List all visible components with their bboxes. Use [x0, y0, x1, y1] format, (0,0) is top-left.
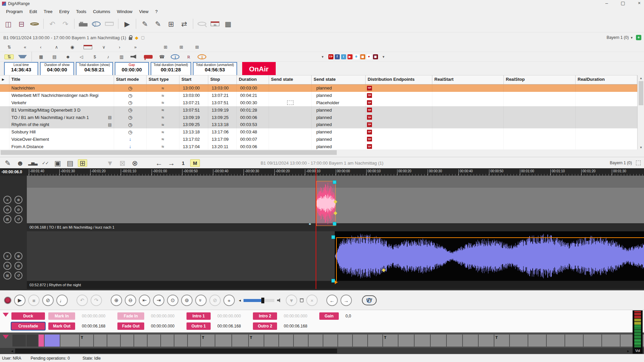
delete-audio-button[interactable]	[300, 298, 304, 302]
key-icon[interactable]	[30, 22, 39, 25]
copy-icon[interactable]: ▣	[53, 160, 62, 167]
next-take-button[interactable]: →	[340, 295, 352, 306]
transfer-icon[interactable]: ⇄	[180, 20, 189, 27]
timeline-segment[interactable]	[232, 335, 248, 347]
jump-next-icon[interactable]: ›	[115, 45, 124, 49]
verify-icon[interactable]: ✓✓	[41, 161, 50, 165]
grid-edit-icon[interactable]: ⊞	[78, 160, 87, 167]
levels-icon[interactable]: ▂▅▃	[28, 161, 37, 165]
crossfade-button[interactable]: Crossfade	[11, 322, 45, 330]
timeline-segment[interactable]	[26, 335, 38, 347]
collapse-icon[interactable]: ∧	[52, 45, 61, 49]
track-zoom-in-icon[interactable]: ⊕	[14, 252, 22, 260]
jump-last-icon[interactable]: »	[131, 45, 140, 49]
mark-in-button[interactable]: Mark In	[48, 312, 75, 320]
scroll-down-icon[interactable]: ▼	[638, 146, 644, 149]
timeline-segment[interactable]	[528, 335, 546, 347]
volume-slider[interactable]	[244, 299, 274, 302]
intro-1-button[interactable]: Intro 1	[186, 312, 211, 320]
undo-icon[interactable]: ↶	[48, 20, 57, 27]
track-zoom-out-icon[interactable]: ⊖	[3, 262, 11, 270]
track-mute-icon[interactable]: ⊘	[14, 205, 22, 214]
insert-table-icon[interactable]: ⊞	[167, 20, 175, 27]
user-add-icon[interactable]: ☻	[16, 160, 24, 167]
column-header-start-type[interactable]: Start type	[147, 75, 179, 84]
menu-program[interactable]: Program	[3, 8, 26, 15]
paste-icon[interactable]: ▤	[66, 160, 74, 167]
table-row[interactable]: Verkehr◷≈13:07:2113:07:5100:00:30Placeho…	[0, 99, 637, 107]
timeline-segment[interactable]	[510, 335, 528, 347]
timeline-segment[interactable]	[368, 335, 382, 347]
column-header-stop[interactable]: Stop	[208, 75, 237, 84]
calendar-icon[interactable]	[84, 45, 92, 49]
expand-editor-icon[interactable]	[636, 161, 641, 165]
audio-mute-icon[interactable]: ◁	[77, 55, 86, 59]
timeline-segment[interactable]	[309, 335, 323, 347]
cancel-icon[interactable]: ⊗	[130, 160, 139, 167]
menu-entry[interactable]: Entry	[56, 8, 73, 15]
trim-arrows-icon[interactable]: ◂▸	[309, 222, 311, 226]
column-header-distribution-endpoints[interactable]: Distribution Endpoints	[366, 75, 432, 84]
timeline-segment[interactable]	[39, 335, 44, 347]
timeline-segment[interactable]	[415, 335, 430, 347]
scroll-up-icon[interactable]: ▲	[638, 75, 644, 80]
close-button[interactable]: ×	[638, 0, 641, 6]
menu-window[interactable]: Window	[114, 8, 136, 15]
marker-mode-button[interactable]: M	[191, 160, 200, 167]
timeline-segment[interactable]	[215, 335, 231, 347]
fade-start-marker[interactable]	[335, 280, 338, 284]
grid-view-icon[interactable]: ▦	[37, 55, 45, 59]
youtube-icon[interactable]: ▶	[347, 54, 353, 59]
timeline-segment[interactable]	[323, 335, 337, 347]
collapse-fades-icon[interactable]	[3, 313, 9, 317]
menu-item[interactable]: ?	[152, 8, 161, 15]
save-take-icon[interactable]: ▼	[106, 160, 114, 167]
r-icon[interactable]: R	[184, 55, 193, 59]
play-button[interactable]: ▶	[14, 295, 25, 306]
scroll-right-icon[interactable]: ▸	[627, 349, 629, 353]
editor-horizontal-scrollbar[interactable]: ◂ ▸	[0, 348, 644, 354]
timeline-segment[interactable]: T	[494, 335, 509, 347]
volume-envelope-line[interactable]	[336, 237, 644, 238]
timeline-segment[interactable]	[602, 335, 620, 347]
redo-edit-button[interactable]: ↷	[91, 295, 102, 306]
timeline-segment[interactable]: T	[201, 335, 215, 347]
add-show-button[interactable]: +	[636, 35, 641, 40]
goto-end-button[interactable]: ⇥	[153, 295, 164, 306]
cue-button[interactable]: ⊘	[42, 295, 54, 306]
timeline-segment[interactable]	[174, 335, 187, 347]
track-fit-icon[interactable]: ⊞	[3, 272, 11, 280]
timeline-segment[interactable]	[134, 335, 147, 347]
endpoint-dropdown-icon[interactable]: ▾	[383, 55, 385, 59]
close-editor-button[interactable]: ×	[306, 295, 318, 306]
speaker-icon[interactable]	[277, 298, 282, 302]
table-grid-icon[interactable]: ▦	[224, 20, 232, 27]
jump-first-icon[interactable]: «	[20, 45, 29, 49]
sort-filter-icon[interactable]: ⇅	[5, 55, 13, 59]
column-header-realstop[interactable]: RealStop	[504, 75, 576, 84]
timeline-segment[interactable]	[547, 335, 565, 347]
speaker-icon[interactable]	[130, 55, 139, 59]
mark-out-button[interactable]: Mark Out	[48, 322, 75, 330]
timeline-segment[interactable]: T	[80, 335, 93, 347]
timeline-segment[interactable]	[398, 335, 414, 347]
duck-button[interactable]: Duck	[11, 312, 45, 320]
outro-1-button[interactable]: Outro 1	[186, 322, 211, 330]
menu-columns[interactable]: Columns	[90, 8, 113, 15]
timeline-segment[interactable]: T	[249, 335, 264, 347]
calendar-31-icon[interactable]: 31	[211, 21, 219, 26]
scrollbar-thumb[interactable]	[15, 349, 337, 353]
table-row[interactable]: Nachrichten◷≈13:00:0013:03:0000:03:00pla…	[0, 84, 637, 92]
discard-take-icon[interactable]: ⊠	[118, 160, 127, 167]
chevron-down-icon[interactable]: ▾	[631, 36, 633, 40]
zoom-in-button[interactable]: ⊕	[111, 295, 122, 306]
volume-envelope-ramp[interactable]	[336, 237, 337, 281]
menu-tree[interactable]: Tree	[40, 8, 56, 15]
intro-2-button[interactable]: Intro 2	[253, 312, 277, 320]
waveform-rhythm-of-the-night[interactable]	[335, 232, 644, 280]
sort-entries-icon[interactable]: ⇅	[5, 45, 13, 49]
clip-handle-bottom[interactable]	[333, 222, 336, 226]
timeline-segment[interactable]	[148, 335, 160, 347]
column-header-realstart[interactable]: RealStart	[432, 75, 504, 84]
column-header-send-state[interactable]: Send state	[312, 75, 366, 84]
